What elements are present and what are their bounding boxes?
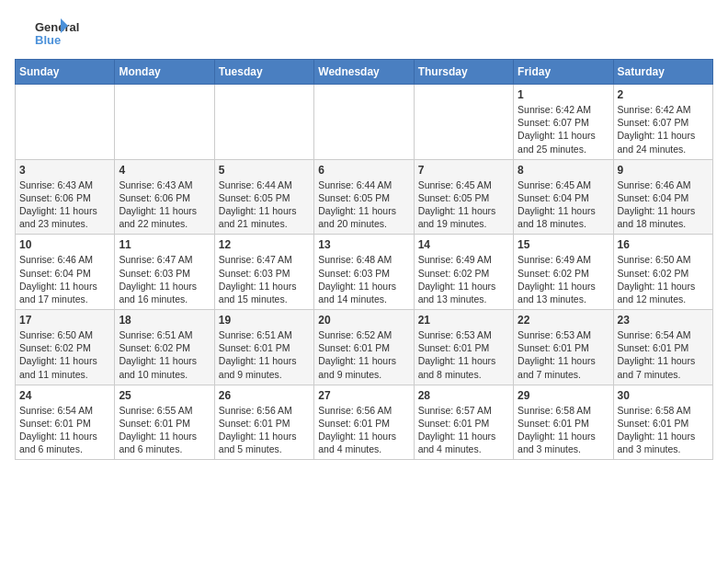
day-cell: 1Sunrise: 6:42 AMSunset: 6:07 PMDaylight… [514, 85, 613, 160]
header-cell-wednesday: Wednesday [314, 60, 414, 85]
day-number: 13 [318, 238, 409, 251]
week-row-3: 17Sunrise: 6:50 AMSunset: 6:02 PMDayligh… [16, 310, 713, 385]
day-cell: 30Sunrise: 6:58 AMSunset: 6:01 PMDayligh… [613, 385, 712, 460]
day-number: 27 [318, 389, 409, 402]
day-number: 15 [518, 238, 609, 251]
day-info: Sunrise: 6:46 AMSunset: 6:04 PMDaylight:… [618, 178, 709, 231]
day-number: 16 [618, 238, 709, 251]
week-row-2: 10Sunrise: 6:46 AMSunset: 6:04 PMDayligh… [16, 235, 713, 310]
day-info: Sunrise: 6:50 AMSunset: 6:02 PMDaylight:… [618, 253, 709, 305]
calendar-body: 1Sunrise: 6:42 AMSunset: 6:07 PMDaylight… [16, 85, 713, 460]
calendar-header: SundayMondayTuesdayWednesdayThursdayFrid… [16, 60, 713, 85]
svg-text:General: General [35, 20, 79, 34]
day-info: Sunrise: 6:45 AMSunset: 6:04 PMDaylight:… [518, 178, 609, 231]
day-info: Sunrise: 6:50 AMSunset: 6:02 PMDaylight:… [19, 328, 110, 381]
day-number: 25 [119, 389, 210, 402]
day-cell: 10Sunrise: 6:46 AMSunset: 6:04 PMDayligh… [16, 235, 115, 310]
header-cell-thursday: Thursday [414, 60, 513, 85]
day-cell: 22Sunrise: 6:53 AMSunset: 6:01 PMDayligh… [514, 310, 613, 385]
day-cell: 19Sunrise: 6:51 AMSunset: 6:01 PMDayligh… [214, 310, 313, 385]
day-number: 24 [19, 389, 110, 402]
day-cell: 9Sunrise: 6:46 AMSunset: 6:04 PMDaylight… [613, 159, 712, 235]
day-cell [414, 85, 513, 160]
week-row-4: 24Sunrise: 6:54 AMSunset: 6:01 PMDayligh… [16, 385, 713, 460]
day-info: Sunrise: 6:53 AMSunset: 6:01 PMDaylight:… [518, 328, 609, 381]
header-cell-tuesday: Tuesday [214, 60, 313, 85]
header-cell-monday: Monday [115, 60, 214, 85]
day-info: Sunrise: 6:49 AMSunset: 6:02 PMDaylight:… [418, 253, 509, 305]
day-cell: 23Sunrise: 6:54 AMSunset: 6:01 PMDayligh… [613, 310, 712, 385]
day-info: Sunrise: 6:49 AMSunset: 6:02 PMDaylight:… [518, 253, 609, 305]
day-number: 18 [119, 314, 210, 327]
day-number: 10 [19, 238, 110, 251]
day-info: Sunrise: 6:46 AMSunset: 6:04 PMDaylight:… [19, 253, 110, 305]
day-cell: 15Sunrise: 6:49 AMSunset: 6:02 PMDayligh… [514, 235, 613, 310]
day-cell: 24Sunrise: 6:54 AMSunset: 6:01 PMDayligh… [16, 385, 115, 460]
day-cell: 6Sunrise: 6:44 AMSunset: 6:05 PMDaylight… [314, 159, 414, 235]
day-info: Sunrise: 6:54 AMSunset: 6:01 PMDaylight:… [618, 328, 709, 381]
day-cell: 8Sunrise: 6:45 AMSunset: 6:04 PMDaylight… [514, 159, 613, 235]
header-cell-sunday: Sunday [16, 60, 115, 85]
day-number: 19 [219, 314, 310, 327]
day-cell: 2Sunrise: 6:42 AMSunset: 6:07 PMDaylight… [613, 85, 712, 160]
day-number: 22 [518, 314, 609, 327]
day-cell: 20Sunrise: 6:52 AMSunset: 6:01 PMDayligh… [314, 310, 414, 385]
day-number: 23 [618, 314, 709, 327]
day-cell: 29Sunrise: 6:58 AMSunset: 6:01 PMDayligh… [514, 385, 613, 460]
day-number: 8 [518, 164, 609, 177]
logo: GeneralBlue [15, 15, 88, 52]
day-number: 4 [119, 164, 210, 177]
day-number: 6 [318, 164, 409, 177]
day-info: Sunrise: 6:43 AMSunset: 6:06 PMDaylight:… [119, 178, 210, 231]
day-cell [214, 85, 313, 160]
day-number: 1 [518, 88, 609, 101]
day-info: Sunrise: 6:55 AMSunset: 6:01 PMDaylight:… [119, 404, 210, 456]
calendar: SundayMondayTuesdayWednesdayThursdayFrid… [15, 59, 713, 460]
svg-text:Blue: Blue [35, 33, 61, 47]
week-row-1: 3Sunrise: 6:43 AMSunset: 6:06 PMDaylight… [16, 159, 713, 235]
day-number: 20 [318, 314, 409, 327]
day-number: 14 [418, 238, 509, 251]
day-cell: 13Sunrise: 6:48 AMSunset: 6:03 PMDayligh… [314, 235, 414, 310]
day-cell: 3Sunrise: 6:43 AMSunset: 6:06 PMDaylight… [16, 159, 115, 235]
day-cell: 12Sunrise: 6:47 AMSunset: 6:03 PMDayligh… [214, 235, 313, 310]
day-cell: 27Sunrise: 6:56 AMSunset: 6:01 PMDayligh… [314, 385, 414, 460]
day-info: Sunrise: 6:47 AMSunset: 6:03 PMDaylight:… [219, 253, 310, 305]
day-info: Sunrise: 6:58 AMSunset: 6:01 PMDaylight:… [518, 404, 609, 456]
day-cell: 14Sunrise: 6:49 AMSunset: 6:02 PMDayligh… [414, 235, 513, 310]
day-cell: 16Sunrise: 6:50 AMSunset: 6:02 PMDayligh… [613, 235, 712, 310]
day-cell: 28Sunrise: 6:57 AMSunset: 6:01 PMDayligh… [414, 385, 513, 460]
day-number: 5 [219, 164, 310, 177]
day-number: 3 [19, 164, 110, 177]
day-number: 7 [418, 164, 509, 177]
day-info: Sunrise: 6:45 AMSunset: 6:05 PMDaylight:… [418, 178, 509, 231]
logo-icon: GeneralBlue [15, 15, 88, 52]
day-cell: 25Sunrise: 6:55 AMSunset: 6:01 PMDayligh… [115, 385, 214, 460]
page-header: GeneralBlue [15, 15, 713, 52]
day-info: Sunrise: 6:44 AMSunset: 6:05 PMDaylight:… [318, 178, 409, 231]
day-info: Sunrise: 6:57 AMSunset: 6:01 PMDaylight:… [418, 404, 509, 456]
day-info: Sunrise: 6:42 AMSunset: 6:07 PMDaylight:… [518, 103, 609, 155]
day-number: 9 [618, 164, 709, 177]
header-cell-saturday: Saturday [613, 60, 712, 85]
day-info: Sunrise: 6:42 AMSunset: 6:07 PMDaylight:… [618, 103, 709, 155]
day-cell: 17Sunrise: 6:50 AMSunset: 6:02 PMDayligh… [16, 310, 115, 385]
day-cell [16, 85, 115, 160]
header-row: SundayMondayTuesdayWednesdayThursdayFrid… [16, 60, 713, 85]
day-info: Sunrise: 6:47 AMSunset: 6:03 PMDaylight:… [119, 253, 210, 305]
day-info: Sunrise: 6:52 AMSunset: 6:01 PMDaylight:… [318, 328, 409, 381]
day-info: Sunrise: 6:51 AMSunset: 6:01 PMDaylight:… [219, 328, 310, 381]
week-row-0: 1Sunrise: 6:42 AMSunset: 6:07 PMDaylight… [16, 85, 713, 160]
day-number: 12 [219, 238, 310, 251]
day-info: Sunrise: 6:51 AMSunset: 6:02 PMDaylight:… [119, 328, 210, 381]
day-info: Sunrise: 6:54 AMSunset: 6:01 PMDaylight:… [19, 404, 110, 456]
day-number: 2 [618, 88, 709, 101]
header-cell-friday: Friday [514, 60, 613, 85]
day-info: Sunrise: 6:53 AMSunset: 6:01 PMDaylight:… [418, 328, 509, 381]
day-info: Sunrise: 6:56 AMSunset: 6:01 PMDaylight:… [219, 404, 310, 456]
day-cell: 21Sunrise: 6:53 AMSunset: 6:01 PMDayligh… [414, 310, 513, 385]
day-info: Sunrise: 6:58 AMSunset: 6:01 PMDaylight:… [618, 404, 709, 456]
day-number: 17 [19, 314, 110, 327]
day-number: 28 [418, 389, 509, 402]
day-info: Sunrise: 6:44 AMSunset: 6:05 PMDaylight:… [219, 178, 310, 231]
